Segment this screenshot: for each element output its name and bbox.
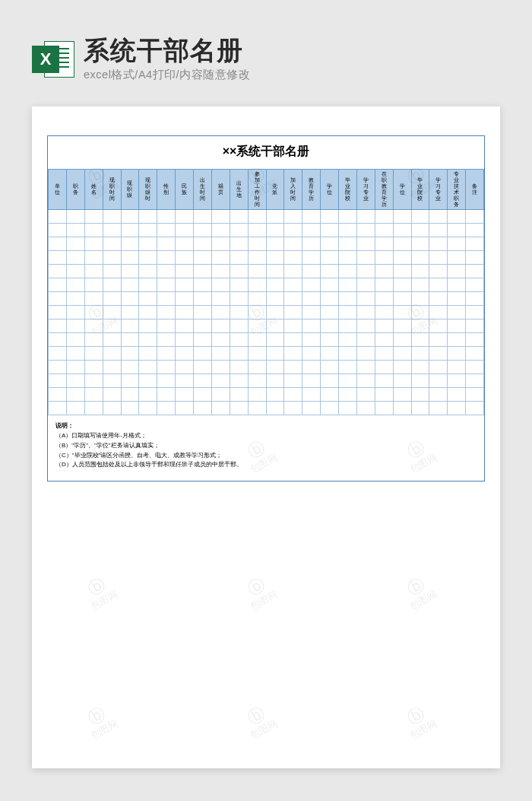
table-cell [194, 361, 212, 374]
table-cell [49, 224, 67, 237]
table-cell [121, 224, 139, 237]
table-cell [266, 251, 284, 265]
table-cell [321, 224, 339, 237]
table-cell [356, 251, 375, 265]
table-cell [66, 374, 84, 388]
table-cell [66, 361, 84, 374]
table-row [49, 361, 484, 374]
table-cell [139, 306, 157, 319]
table-cell [266, 319, 284, 333]
table-row [49, 374, 484, 388]
table-row [49, 265, 484, 278]
table-cell [49, 306, 67, 319]
table-cell [66, 292, 84, 306]
table-cell [248, 402, 266, 415]
column-header: 党派 [266, 170, 284, 210]
table-cell [266, 402, 284, 415]
table-cell [356, 210, 375, 224]
table-cell [356, 265, 375, 278]
table-cell [429, 374, 448, 388]
table-cell [429, 306, 448, 319]
table-cell [211, 402, 230, 415]
table-cell [194, 251, 212, 265]
table-cell [230, 402, 248, 415]
table-cell [284, 224, 302, 237]
table-cell [448, 265, 466, 278]
table-cell [66, 210, 84, 224]
table-row [49, 388, 484, 402]
table-cell [121, 278, 139, 292]
table-cell [139, 374, 157, 388]
table-cell [466, 333, 484, 347]
table-cell [103, 361, 121, 374]
table-cell [302, 388, 321, 402]
table-cell [429, 333, 448, 347]
table-cell [448, 333, 466, 347]
table-cell [194, 374, 212, 388]
table-cell [266, 333, 284, 347]
table-cell [393, 237, 411, 251]
table-cell [66, 319, 84, 333]
table-cell [66, 251, 84, 265]
table-cell [266, 224, 284, 237]
table-cell [49, 388, 67, 402]
table-cell [356, 292, 375, 306]
table-cell [375, 319, 393, 333]
table-cell [284, 333, 302, 347]
table-cell [429, 265, 448, 278]
table-cell [49, 265, 67, 278]
table-cell [49, 292, 67, 306]
table-cell [339, 292, 357, 306]
table-cell [429, 388, 448, 402]
table-cell [176, 361, 194, 374]
table-cell [230, 374, 248, 388]
table-cell [393, 251, 411, 265]
table-cell [103, 251, 121, 265]
table-cell [302, 402, 321, 415]
table-cell [66, 402, 84, 415]
table-cell [284, 374, 302, 388]
table-cell [375, 237, 393, 251]
table-cell [211, 319, 230, 333]
column-header: 参加工作时间 [248, 170, 266, 210]
table-cell [411, 292, 429, 306]
table-row [49, 319, 484, 333]
table-cell [411, 251, 429, 265]
table-cell [103, 333, 121, 347]
table-cell [339, 388, 357, 402]
table-cell [139, 388, 157, 402]
table-cell [230, 251, 248, 265]
table-cell [194, 402, 212, 415]
table-cell [211, 210, 230, 224]
table-cell [139, 402, 157, 415]
document-page: ××系统干部名册 单位职务姓名现职时间现职级现职级时性别民族出生时间籍贯出生地参… [32, 106, 500, 768]
table-cell [411, 265, 429, 278]
table-cell [176, 292, 194, 306]
column-header: 现职级 [121, 170, 139, 210]
table-cell [448, 224, 466, 237]
table-cell [266, 347, 284, 361]
table-cell [139, 265, 157, 278]
table-cell [393, 319, 411, 333]
table-cell [248, 388, 266, 402]
table-cell [157, 251, 176, 265]
table-row [49, 210, 484, 224]
document-title: ××系统干部名册 [48, 136, 484, 169]
table-cell [466, 265, 484, 278]
table-cell [356, 319, 375, 333]
table-cell [284, 251, 302, 265]
table-cell [266, 237, 284, 251]
table-cell [211, 251, 230, 265]
table-cell [248, 210, 266, 224]
table-cell [411, 333, 429, 347]
table-cell [194, 306, 212, 319]
table-cell [103, 374, 121, 388]
table-cell [176, 347, 194, 361]
table-cell [248, 306, 266, 319]
table-cell [176, 319, 194, 333]
table-cell [321, 374, 339, 388]
table-cell [339, 265, 357, 278]
table-cell [266, 265, 284, 278]
table-cell [230, 278, 248, 292]
table-cell [84, 251, 103, 265]
